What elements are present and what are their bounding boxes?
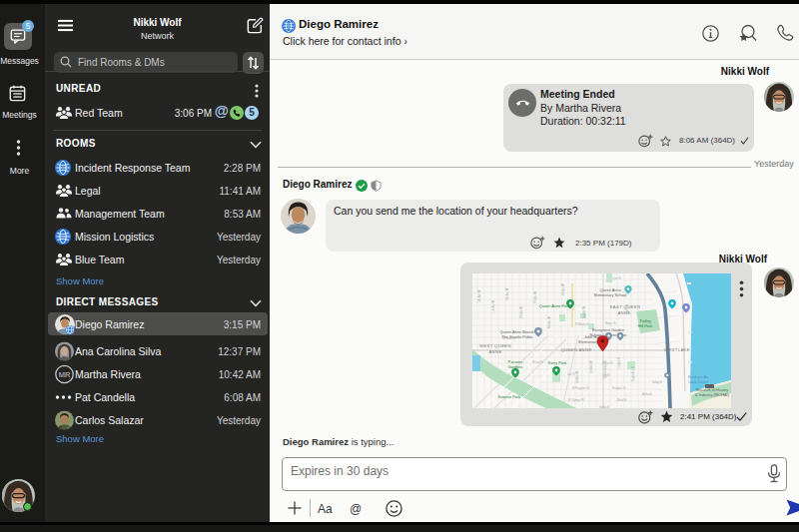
svg-text:QUEEN ANNE: QUEEN ANNE (560, 347, 591, 352)
svg-text:Hill Park: Hill Park (638, 323, 653, 328)
svg-text:7th Ave W: 7th Ave W (533, 291, 537, 303)
svg-text:Lee St: Lee St (602, 373, 610, 377)
svg-text:W Lee St: W Lee St (602, 361, 613, 365)
svg-text:Lynn St: Lynn St (612, 276, 621, 280)
svg-text:W Blaine St: W Blaine St (575, 322, 589, 326)
svg-text:Valley St: Valley St (652, 380, 662, 384)
svg-text:MR: MR (59, 370, 71, 379)
svg-text:W Howe St: W Howe St (502, 336, 515, 340)
svg-text:EAST QUEEN: EAST QUEEN (610, 304, 641, 309)
svg-text:Lake Union: Lake Union (688, 379, 708, 384)
svg-text:13th Ave W: 13th Ave W (477, 289, 481, 303)
svg-text:6th Ave W: 6th Ave W (547, 316, 551, 328)
svg-text:Kinnear Park: Kinnear Park (498, 394, 521, 399)
svg-text:Blaine St: Blaine St (605, 321, 616, 325)
svg-text:W Lee St: W Lee St (532, 360, 543, 364)
svg-text:1st Ave N: 1st Ave N (617, 357, 621, 368)
svg-text:Ward St: Ward St (617, 398, 627, 402)
svg-text:Aloha St: Aloha St (642, 392, 652, 396)
svg-text:ANNE: ANNE (488, 349, 501, 354)
svg-text:8th Ave W: 8th Ave W (519, 306, 523, 318)
svg-text:Valley St: Valley St (599, 405, 609, 408)
svg-text:2nd Ave W: 2nd Ave W (589, 360, 593, 373)
svg-text:Elementary School: Elementary School (594, 292, 627, 297)
svg-text:Queen Anne Pool: Queen Anne Pool (539, 303, 570, 308)
svg-text:11th Ave W: 11th Ave W (491, 299, 495, 313)
svg-text:Taylor Ave N: Taylor Ave N (631, 366, 635, 381)
svg-text:WEST QUEEN: WEST QUEEN (479, 343, 511, 348)
svg-text:Prospect St: Prospect St (612, 386, 626, 390)
svg-text:Nob Hill: Nob Hill (625, 303, 629, 313)
svg-text:Kerry Park: Kerry Park (548, 360, 566, 365)
svg-text:3rd Ave W: 3rd Ave W (575, 371, 579, 383)
svg-text:WESTLAKE: WESTLAKE (664, 347, 690, 352)
svg-text:5th Ave W: 5th Ave W (561, 283, 565, 295)
svg-text:& Industry (MOHAI): & Industry (MOHAI) (695, 392, 730, 397)
svg-text:Lee St: Lee St (567, 372, 575, 376)
svg-text:3rd Ave W: 3rd Ave W (582, 306, 586, 318)
svg-text:10th Ave W: 10th Ave W (505, 287, 509, 301)
svg-text:W Olympic Pl: W Olympic Pl (568, 398, 584, 402)
svg-text:W Prospect St: W Prospect St (572, 386, 589, 390)
